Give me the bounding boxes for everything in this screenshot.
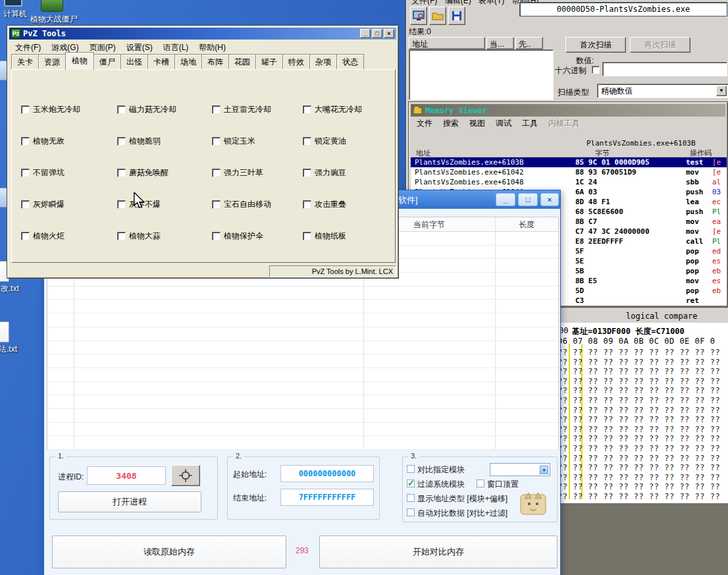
pvz-option[interactable]: 锁定黄油 <box>303 136 392 147</box>
column-header-current[interactable]: 当... <box>486 37 514 49</box>
checkbox[interactable] <box>212 105 221 114</box>
table-row[interactable] <box>47 354 558 368</box>
start-compare-button[interactable]: 开始对比内存 <box>319 535 558 568</box>
desktop-icon-label[interactable]: 法.txt <box>0 344 21 355</box>
text-file-icon[interactable] <box>0 321 9 342</box>
module-combo[interactable]: ▼ <box>490 463 550 476</box>
hex-row[interactable]: ?? ?? ?? ?? ?? ?? ?? ?? ?? ?? ?? <box>558 492 720 502</box>
first-scan-button[interactable]: 首次扫描 <box>565 37 626 53</box>
scan-type-combo[interactable]: 精确数值 ▼ <box>597 84 728 98</box>
column-header-address[interactable]: 地址 <box>409 37 485 49</box>
maximize-button[interactable]: □ <box>518 193 538 206</box>
hex-row[interactable]: ?? ?? ?? ?? ?? ?? ?? ?? ?? ?? ?? <box>558 415 720 425</box>
computer-icon[interactable] <box>4 0 22 7</box>
pvz-tab[interactable]: 关卡 <box>11 54 39 70</box>
checkbox[interactable] <box>212 169 221 177</box>
checkbox[interactable] <box>117 105 126 114</box>
table-row[interactable] <box>47 327 558 341</box>
close-button[interactable]: × <box>540 193 559 206</box>
open-file-button[interactable] <box>429 7 446 25</box>
table-row[interactable] <box>47 382 558 396</box>
pvz-option[interactable]: 攻击重叠 <box>303 199 392 210</box>
hex-row[interactable]: ?? ?? ?? ?? ?? ?? ?? ?? ?? ?? ?? <box>558 473 720 483</box>
pvz-option[interactable]: 植物大蒜 <box>117 231 212 242</box>
hex-row[interactable]: ?? ?? ?? ?? ?? ?? ?? ?? ?? ?? ?? <box>558 425 720 435</box>
hex-row[interactable]: ?? ?? ?? ?? ?? ?? ?? ?? ?? ?? ?? <box>558 386 720 396</box>
checkbox[interactable] <box>212 200 221 209</box>
start-address-value[interactable]: 000000000000 <box>280 465 374 482</box>
pvz-option[interactable]: 灰烬瞬爆 <box>21 199 117 210</box>
close-button[interactable]: × <box>384 29 394 38</box>
pvz-option[interactable]: 大嘴花无冷却 <box>303 104 392 115</box>
checkbox[interactable] <box>303 232 311 240</box>
pvz-tab[interactable]: 僵尸 <box>93 54 121 70</box>
select-process-button[interactable] <box>410 7 427 25</box>
disasm-row[interactable]: PlantsVsZombies.exe+610481C 24sbbal <box>411 177 727 187</box>
col-bytes[interactable]: 字节 <box>595 148 610 158</box>
mv-menu-item[interactable]: 工具 <box>517 117 543 130</box>
pvz-option[interactable]: 植物纸板 <box>303 231 392 242</box>
pvz-option[interactable]: 灰烬不爆 <box>117 199 212 210</box>
pvz-menu-item[interactable]: 设置(S) <box>121 41 158 55</box>
hex-rows[interactable]: ?? ?? ?? ?? ?? ?? ?? ?? ?? ?? ???? ?? ??… <box>558 348 720 502</box>
checkbox[interactable] <box>117 200 126 209</box>
pvz-option[interactable]: 强力豌豆 <box>303 167 392 178</box>
checkbox[interactable] <box>212 232 221 240</box>
hex-row[interactable]: ?? ?? ?? ?? ?? ?? ?? ?? ?? ?? ?? <box>558 434 720 444</box>
checkbox[interactable] <box>21 105 30 114</box>
pvz-menu-item[interactable]: 语言(L) <box>158 41 194 55</box>
pvz-option[interactable]: 玉米炮无冷却 <box>21 104 117 115</box>
pvz-option[interactable]: 锁定玉米 <box>212 136 303 147</box>
chevron-down-icon[interactable]: ▼ <box>716 86 727 96</box>
table-row[interactable] <box>47 395 558 409</box>
read-memory-button[interactable]: 读取原始内存 <box>52 535 286 568</box>
topmost-checkbox[interactable] <box>477 479 484 487</box>
mv-menu-item[interactable]: 搜索 <box>438 117 464 130</box>
pvz-tab[interactable]: 花园 <box>228 54 256 70</box>
hex-row[interactable]: ?? ?? ?? ?? ?? ?? ?? ?? ?? ?? ?? <box>558 444 720 454</box>
table-row[interactable] <box>47 436 558 450</box>
pvz-tab[interactable]: 状态 <box>336 54 364 70</box>
pvz-option[interactable]: 磁力菇无冷却 <box>117 104 212 115</box>
col-address[interactable]: 地址 <box>416 148 430 158</box>
checkbox[interactable] <box>21 200 30 209</box>
hex-row[interactable]: ?? ?? ?? ?? ?? ?? ?? ?? ?? ?? ?? <box>558 454 720 464</box>
table-row[interactable] <box>47 423 558 437</box>
table-row[interactable] <box>47 409 558 423</box>
minimize-button[interactable]: _ <box>360 29 371 38</box>
hex-row[interactable]: ?? ?? ?? ?? ?? ?? ?? ?? ?? ?? ?? <box>558 358 720 368</box>
pvz-tab[interactable]: 出怪 <box>120 54 148 70</box>
checkbox[interactable] <box>303 105 311 114</box>
pvz-option[interactable]: 蘑菇免唤醒 <box>117 167 212 178</box>
table-row[interactable] <box>47 300 558 314</box>
checkbox[interactable] <box>303 200 311 209</box>
pvz-option[interactable]: 宝石自由移动 <box>212 199 303 210</box>
pid-value[interactable]: 3408 <box>87 466 166 485</box>
address-type-checkbox[interactable] <box>407 494 415 502</box>
minimize-button[interactable]: _ <box>496 193 515 206</box>
checkbox[interactable] <box>212 137 221 146</box>
pvz-game-icon[interactable] <box>41 0 63 12</box>
desktop-icon-label[interactable]: 改.txt <box>0 283 24 294</box>
pvz-tab[interactable]: 特效 <box>282 54 310 70</box>
process-finder-button[interactable] <box>171 465 200 486</box>
checkbox[interactable] <box>21 232 30 240</box>
checkbox[interactable] <box>117 169 126 177</box>
value-input[interactable] <box>602 62 727 76</box>
checkbox[interactable] <box>117 232 126 240</box>
hex-row[interactable]: ?? ?? ?? ?? ?? ?? ?? ?? ?? ?? ?? <box>558 463 720 473</box>
table-row[interactable] <box>47 287 558 300</box>
pvz-tab[interactable]: 植物 <box>65 52 94 70</box>
end-address-value[interactable]: 7FFFFFFFFFFF <box>280 489 374 506</box>
pvz-menu-item[interactable]: 文件(F) <box>10 41 46 55</box>
hex-row[interactable]: ?? ?? ?? ?? ?? ?? ?? ?? ?? ?? ?? <box>558 367 720 377</box>
pvz-tab[interactable]: 罐子 <box>255 54 283 70</box>
checkbox[interactable] <box>21 169 30 177</box>
column-header-previous[interactable]: 先.. <box>515 37 543 49</box>
hex-row[interactable]: ?? ?? ?? ?? ?? ?? ?? ?? ?? ?? ?? <box>558 482 720 492</box>
checkbox[interactable] <box>117 137 126 146</box>
filter-system-checkbox[interactable]: ✓ <box>407 479 415 487</box>
desktop-icon-label[interactable]: 植物大战僵尸 <box>29 14 79 25</box>
pvz-menu-item[interactable]: 帮助(H) <box>194 41 231 55</box>
auto-compare-checkbox[interactable] <box>407 508 415 516</box>
